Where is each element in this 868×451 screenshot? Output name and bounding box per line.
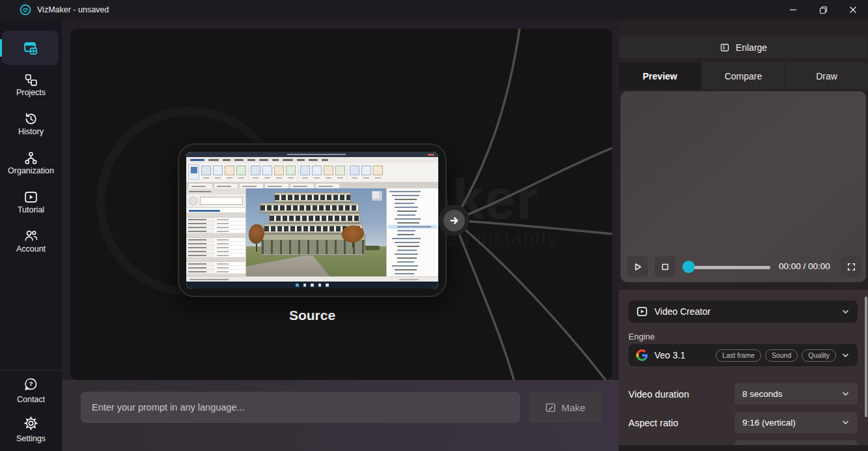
google-g-icon bbox=[636, 349, 648, 361]
engine-name: Veo 3.1 bbox=[654, 350, 686, 360]
revit-ribbon-tools bbox=[186, 163, 438, 182]
revit-properties-rows bbox=[186, 213, 245, 276]
tree-right bbox=[342, 226, 364, 248]
make-edit-icon bbox=[545, 402, 556, 413]
right-panel: Enlarge Preview Compare Draw 00:00 / 00:… bbox=[619, 20, 868, 451]
panels-grid-icon bbox=[22, 40, 39, 57]
badge-last-frame: Last frame bbox=[716, 349, 761, 362]
projects-icon[interactable] bbox=[23, 72, 38, 87]
aspect-ratio-dropdown[interactable]: 9:16 (vertical) bbox=[735, 412, 858, 433]
chevron-down-icon bbox=[841, 418, 850, 427]
sidebar-item-creator-active[interactable] bbox=[2, 31, 59, 65]
connector-arrow-node[interactable] bbox=[438, 205, 469, 236]
engine-dropdown[interactable]: Veo 3.1 Last frame Sound Quality bbox=[628, 344, 858, 366]
revit-properties-panel bbox=[186, 188, 246, 276]
enlarge-button-label: Enlarge bbox=[736, 42, 767, 53]
panel-scrollbar[interactable] bbox=[865, 297, 867, 417]
sidebar-item-settings[interactable]: Settings bbox=[0, 434, 62, 443]
source-media-card[interactable] bbox=[178, 143, 447, 297]
stop-icon bbox=[660, 262, 670, 272]
sidebar-item-contact[interactable]: Contact bbox=[0, 395, 62, 404]
restore-button[interactable] bbox=[808, 0, 838, 20]
revit-browser-rows bbox=[388, 190, 437, 276]
seek-slider-thumb[interactable] bbox=[682, 261, 695, 273]
chevron-down-icon bbox=[841, 351, 850, 360]
tab-preview[interactable]: Preview bbox=[619, 63, 701, 89]
preview-tabs: Preview Compare Draw bbox=[619, 63, 868, 89]
video-duration-dropdown[interactable]: 8 seconds bbox=[735, 383, 858, 405]
play-button[interactable] bbox=[627, 256, 648, 277]
arrow-right-icon bbox=[443, 210, 465, 231]
seek-slider-track[interactable] bbox=[687, 266, 770, 269]
video-duration-value: 8 seconds bbox=[742, 389, 783, 399]
make-button[interactable]: Make bbox=[529, 392, 602, 423]
enlarge-button[interactable]: Enlarge bbox=[619, 36, 867, 58]
account-icon[interactable] bbox=[23, 228, 38, 243]
sidebar-divider bbox=[0, 370, 62, 371]
fullscreen-icon bbox=[847, 262, 856, 272]
windows-taskbar bbox=[186, 282, 438, 289]
svg-text:?: ? bbox=[29, 380, 33, 387]
prompt-bar: Make bbox=[62, 380, 619, 451]
titlebar: VizMaker - unsaved bbox=[0, 0, 868, 20]
tutorial-icon[interactable] bbox=[23, 190, 38, 205]
viewcube-icon bbox=[372, 191, 382, 201]
organization-icon[interactable] bbox=[23, 151, 38, 166]
window-controls bbox=[778, 0, 868, 20]
make-button-label: Make bbox=[561, 402, 585, 413]
video-creator-dropdown[interactable]: Video Creator bbox=[628, 300, 858, 323]
tab-compare[interactable]: Compare bbox=[701, 63, 785, 89]
minimize-button[interactable] bbox=[778, 0, 808, 20]
app-window: VizMaker - unsaved bbox=[0, 0, 868, 451]
video-creator-icon bbox=[636, 306, 648, 317]
sidebar: Projects History Organization Tutorial A… bbox=[0, 20, 62, 451]
vizmaker-logo-icon bbox=[20, 4, 31, 16]
revit-main bbox=[186, 188, 438, 276]
revit-statusbar bbox=[186, 276, 438, 282]
source-node-label: Source bbox=[178, 308, 447, 323]
revit-ribbon-tabs bbox=[186, 157, 438, 163]
panel-bottom-edge bbox=[619, 445, 868, 451]
window-title: VizMaker - unsaved bbox=[37, 0, 109, 20]
sidebar-item-projects[interactable]: Projects bbox=[0, 88, 62, 97]
chevron-down-icon bbox=[841, 308, 850, 316]
badge-quality: Quality bbox=[802, 349, 836, 362]
stop-button[interactable] bbox=[654, 256, 675, 277]
chevron-down-icon bbox=[841, 390, 850, 398]
badge-sound: Sound bbox=[765, 349, 798, 362]
revit-view-tabs bbox=[186, 182, 438, 188]
video-creator-label: Video Creator bbox=[654, 306, 710, 317]
engine-badges: Last frame Sound Quality bbox=[712, 349, 836, 362]
node-canvas[interactable]: VizMaker rendered instantly bbox=[70, 29, 612, 380]
tab-draw[interactable]: Draw bbox=[785, 63, 868, 89]
video-preview-area bbox=[621, 91, 866, 282]
engine-section-label: Engine bbox=[628, 332, 654, 342]
sidebar-item-organization[interactable]: Organization bbox=[0, 166, 62, 175]
settings-gear-icon[interactable] bbox=[23, 416, 38, 431]
enlarge-window-icon bbox=[720, 42, 730, 53]
video-duration-label: Video duration bbox=[628, 389, 689, 400]
contact-icon[interactable]: ? bbox=[23, 377, 38, 392]
sidebar-item-account[interactable]: Account bbox=[0, 244, 62, 254]
sidebar-item-history[interactable]: History bbox=[0, 127, 62, 136]
tree-left bbox=[249, 224, 264, 252]
revit-3d-viewport bbox=[246, 188, 386, 276]
prompt-input[interactable] bbox=[81, 392, 520, 423]
fullscreen-button[interactable] bbox=[841, 256, 861, 277]
playback-time: 00:00 / 00:00 bbox=[779, 256, 839, 277]
sidebar-item-tutorial[interactable]: Tutorial bbox=[0, 205, 62, 214]
aspect-ratio-value: 9:16 (vertical) bbox=[742, 418, 796, 428]
revit-screenshot bbox=[186, 152, 438, 289]
revit-project-browser bbox=[386, 188, 438, 276]
aspect-ratio-label: Aspect ratio bbox=[628, 418, 679, 428]
history-icon[interactable] bbox=[23, 111, 38, 126]
play-icon bbox=[633, 262, 643, 272]
revit-titlebar bbox=[186, 152, 438, 157]
close-button[interactable] bbox=[838, 0, 868, 20]
